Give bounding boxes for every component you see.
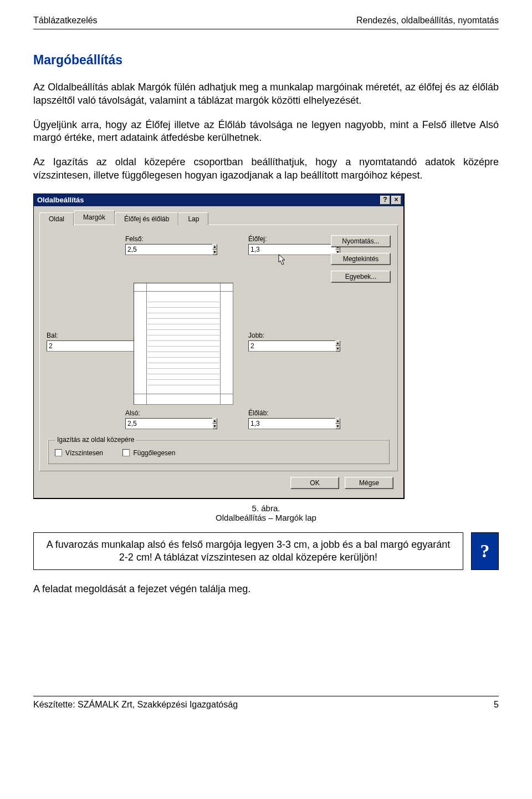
- dialog-title: Oldalbeállítás: [37, 196, 84, 204]
- checkbox-v-label: Függőlegesen: [133, 449, 175, 457]
- section-heading: Margóbeállítás: [33, 53, 499, 68]
- preview-button[interactable]: Megtekintés: [331, 253, 391, 265]
- close-button[interactable]: ×: [391, 196, 401, 205]
- checkbox-icon: [122, 449, 130, 456]
- tab-panel-margok: Felső: ▲▼ Élőfej:: [39, 225, 398, 472]
- label-elofej: Élőfej:: [248, 235, 315, 243]
- checkbox-h-label: Vízszintesen: [65, 449, 103, 457]
- spinner-jobb[interactable]: ▲▼: [248, 340, 298, 352]
- caption-number: 5. ábra.: [252, 503, 280, 513]
- spin-down-icon[interactable]: ▼: [212, 424, 217, 429]
- print-button[interactable]: Nyomtatás...: [331, 235, 391, 247]
- dialog-footer-buttons: OK Mégse: [39, 471, 398, 492]
- spinner-felso[interactable]: ▲▼: [125, 244, 175, 255]
- header-rule: [33, 29, 499, 29]
- tab-strip: Oldal Margók Élőfej és élőláb Lap: [39, 211, 398, 225]
- spin-up-icon[interactable]: ▲: [335, 340, 340, 346]
- label-elolab: Élőláb:: [248, 409, 315, 417]
- footer-left: Készítette: SZÁMALK Zrt, Szakképzési Iga…: [33, 700, 238, 710]
- spinner-elofej[interactable]: ▲▼: [248, 244, 298, 255]
- spin-up-icon[interactable]: ▲: [212, 244, 217, 250]
- cursor-icon: [278, 254, 287, 266]
- paragraph-1: Az Oldalbeállítás ablak Margók fülén adh…: [33, 81, 499, 108]
- paragraph-2: Ügyeljünk arra, hogy az Élőfej illetve a…: [33, 119, 499, 145]
- checkbox-icon: [55, 449, 62, 456]
- options-button[interactable]: Egyebek...: [331, 271, 391, 283]
- label-felso: Felső:: [125, 235, 175, 243]
- label-jobb: Jobb:: [248, 332, 315, 339]
- input-bal[interactable]: [47, 340, 134, 352]
- dialog-titlebar: Oldalbeállítás ? ×: [34, 194, 403, 206]
- header-right: Rendezés, oldalbeállítás, nyomtatás: [356, 16, 499, 26]
- footer-page-number: 5: [494, 700, 499, 710]
- spin-up-icon[interactable]: ▲: [212, 418, 217, 424]
- spinner-also[interactable]: ▲▼: [125, 418, 175, 429]
- spinner-elolab[interactable]: ▲▼: [248, 418, 298, 429]
- tab-margok[interactable]: Margók: [74, 210, 115, 225]
- spinner-bal[interactable]: ▲▼: [47, 340, 96, 352]
- checkbox-vertical[interactable]: Függőlegesen: [122, 449, 175, 457]
- spin-down-icon[interactable]: ▼: [335, 346, 340, 352]
- ok-button[interactable]: OK: [290, 477, 339, 489]
- spin-down-icon[interactable]: ▼: [212, 250, 217, 255]
- input-felso[interactable]: [125, 244, 212, 255]
- checkbox-horizontal[interactable]: Vízszintesen: [55, 449, 103, 457]
- cancel-button[interactable]: Mégse: [345, 477, 393, 489]
- closing-text: A feladat megoldását a fejezet végén tal…: [33, 583, 499, 595]
- figure-caption: 5. ábra. Oldalbeállítás – Margók lap: [33, 503, 499, 522]
- question-icon: ?: [471, 532, 499, 570]
- header-left: Táblázatkezelés: [33, 16, 98, 26]
- running-header: Táblázatkezelés Rendezés, oldalbeállítás…: [33, 16, 499, 26]
- tab-elofej-elolab[interactable]: Élőfej és élőláb: [115, 212, 178, 225]
- tab-lap[interactable]: Lap: [178, 212, 208, 225]
- margin-preview: [134, 283, 233, 405]
- page-setup-dialog: Oldalbeállítás ? × Oldal Margók Élőfej é…: [33, 194, 405, 500]
- label-bal: Bal:: [47, 332, 119, 339]
- center-on-page-group: Igazítás az oldal közepére Vízszintesen …: [48, 436, 390, 465]
- task-box: A fuvarozás munkalap alsó és felső margó…: [33, 532, 463, 570]
- tab-oldal[interactable]: Oldal: [39, 212, 74, 225]
- label-also: Alsó:: [125, 409, 242, 417]
- input-jobb[interactable]: [248, 340, 335, 352]
- group-legend: Igazítás az oldal közepére: [55, 436, 136, 444]
- help-button[interactable]: ?: [380, 196, 390, 205]
- paragraph-3: Az Igazítás az oldal közepére csoportban…: [33, 156, 499, 182]
- input-also[interactable]: [125, 418, 212, 429]
- caption-text: Oldalbeállítás – Margók lap: [216, 513, 316, 522]
